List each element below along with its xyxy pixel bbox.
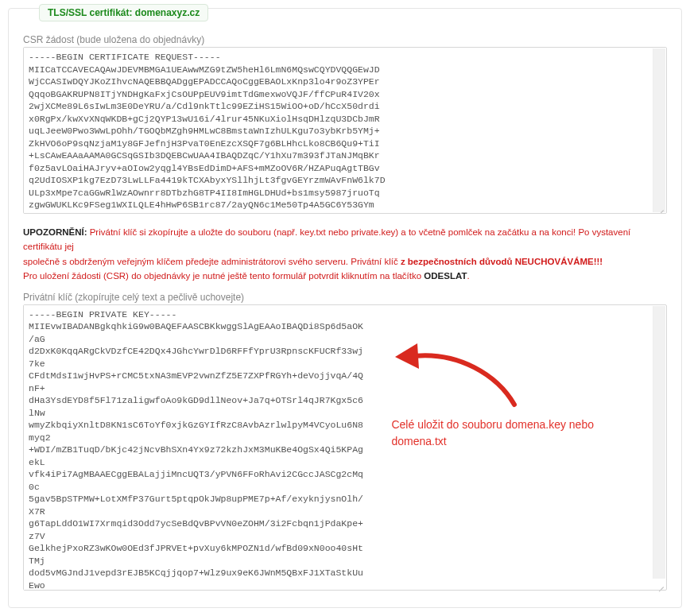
- private-key-scrollbar[interactable]: [653, 306, 665, 579]
- csr-label: CSR žádost (bude uložena do objednávky): [23, 34, 667, 45]
- csr-textarea-wrap: [23, 47, 667, 214]
- certificate-panel: TLS/SSL certifikát: domenaxyz.cz CSR žád…: [8, 8, 682, 608]
- annotation-area: Celé uložit do souboru domena.key nebo d…: [383, 305, 666, 590]
- private-key-label: Privátní klíč (zkopírujte celý text a pe…: [23, 292, 667, 303]
- warning-line1a: Privátní klíč si zkopírujte a uložte do …: [23, 227, 630, 251]
- warning-line2a: společně s obdrženým veřejným klíčem pře…: [23, 257, 401, 266]
- warning-line2b: z bezpečnostních důvodů NEUCHOVÁVÁME!!!: [401, 257, 603, 266]
- warning-label: UPOZORNĚNÍ:: [23, 227, 87, 237]
- csr-scrollbar[interactable]: [653, 48, 665, 212]
- warning-line3c: .: [467, 271, 469, 281]
- badge-prefix: TLS/SSL certifikát:: [48, 7, 135, 18]
- warning-line3a: Pro uložení žádosti (CSR) do objednávky …: [23, 271, 424, 281]
- annotation-arrow-icon: [387, 329, 530, 416]
- warning-text: UPOZORNĚNÍ: Privátní klíč si zkopírujte …: [23, 225, 667, 284]
- annotation-caption: Celé uložit do souboru domena.key nebo d…: [391, 416, 598, 450]
- private-key-textarea[interactable]: [24, 305, 383, 590]
- svg-marker-0: [395, 343, 419, 369]
- csr-textarea[interactable]: [24, 48, 666, 213]
- private-key-wrap: Celé uložit do souboru domena.key nebo d…: [23, 304, 667, 591]
- badge-domain: domenaxyz.cz: [135, 7, 200, 18]
- certificate-badge: TLS/SSL certifikát: domenaxyz.cz: [39, 4, 208, 21]
- warning-line3b: ODESLAT: [424, 271, 467, 281]
